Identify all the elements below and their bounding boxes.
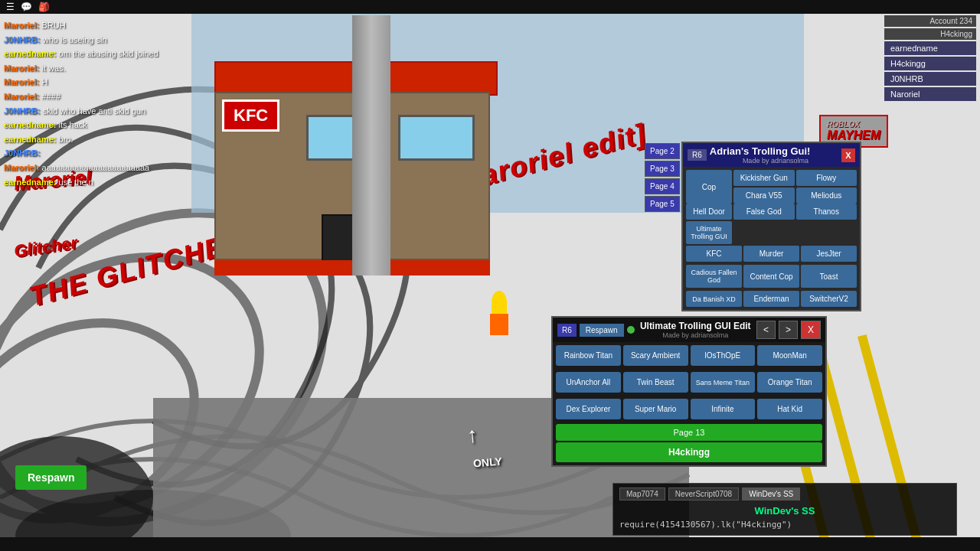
chara-v55-btn[interactable]: Chara V55 [733,187,795,204]
sans-meme-titan-btn[interactable]: Sans Meme Titan [691,372,756,393]
cadious-btn[interactable]: Cadious Fallen God [686,265,742,288]
twin-beast-btn[interactable]: Twin Beast [623,372,688,393]
ultimate-gui-subtitle: Made by adriansolma [638,331,753,339]
chat-name: Maroriel: [4,77,39,86]
player-j0nhrb[interactable]: J0NHRB [884,72,976,86]
rainbow-titan-btn[interactable]: Rainbow Titan [556,345,621,366]
bottom-bar [0,537,980,551]
thanos-btn[interactable]: Thanos [796,204,858,220]
chat-line: J0NHRB: who is useing sin [4,34,180,47]
page5-btn[interactable]: Page 5 [645,196,680,212]
chat-line: earnedname: om the abusing skid joined [4,47,180,61]
chat-name: earnedname: [4,178,56,187]
page2-btn[interactable]: Page 2 [645,143,680,159]
trolling-made-by: Made by adriansolma [710,157,841,165]
console-code: require(4154130567).lk("H4ckingg") [619,518,950,531]
console-tab-windev[interactable]: WinDev's SS [742,487,800,500]
chat-line: earnedname: use the n [4,176,180,190]
chat-line: Maroriel: aaaaaaaaaaaaaaaaaaaaaaa [4,161,180,175]
ultimate-trolling-gui-btn[interactable]: Ultimate Trolling GUI [686,221,732,244]
windev-highlight: WinDev's SS [619,504,950,518]
trolling-gui: Page 2 Page 3 Page 4 Page 5 R6 Adrian's … [681,142,861,311]
chat-name: earnedname: [4,120,56,129]
page3-btn[interactable]: Page 3 [645,161,680,177]
content-cop-btn[interactable]: Content Cop [743,265,799,288]
console-tab-map[interactable]: Map7074 [619,487,665,500]
backpack-icon[interactable]: 🎒 [38,2,50,12]
trolling-gui-header: R6 Adrian's Trolling Gui! Made by adrian… [683,143,860,167]
meliodus-btn[interactable]: Meliodus [796,187,858,204]
scary-ambient-btn[interactable]: Scary Ambient [623,345,688,366]
account-label: Account 234 [884,15,976,27]
infinite-btn[interactable]: Infinite [691,399,756,419]
ultimate-respawn-btn[interactable]: Respawn [580,324,624,337]
respawn-button[interactable]: Respawn [15,465,87,490]
game-scene: KFC [214,61,505,276]
ultimate-r6-badge: R6 [557,324,577,337]
super-mario-btn[interactable]: Super Mario [623,399,688,419]
chat-line: earnedname: bro. [4,133,180,147]
unanchor-all-btn[interactable]: UnAnchor All [556,372,621,393]
page-label: Page 13 [556,424,822,441]
console-tab-neverscript[interactable]: NeverScript0708 [668,487,739,500]
hat-kid-btn[interactable]: Hat Kid [757,399,822,419]
chat-line: Maroriel: BRUH [4,19,180,33]
orange-titan-btn[interactable]: Orange Titan [757,372,822,393]
ultimate-prev-btn[interactable]: < [756,321,776,339]
trolling-close-btn[interactable]: X [841,148,855,162]
moonman-btn[interactable]: MoonMan [757,345,822,366]
ultimate-btn-row-2: UnAnchor All Twin Beast Sans Meme Titan … [553,369,825,396]
chat-name: Maroriel: [4,163,39,172]
jesjter-btn[interactable]: JesJter [801,246,857,262]
chat-line: J0NHRB: skid who have anti skid gun [4,105,180,119]
mayhem-line2: MAYHEM [827,129,880,142]
chat-line: Maroriel: H [4,76,180,90]
name-label[interactable]: H4ckingg [556,442,822,462]
console-tabs: Map7074 NeverScript0708 WinDev's SS [619,487,950,500]
ultimate-btn-row-1: Rainbow Titan Scary Ambient lOsThOpE Moo… [553,342,825,369]
hell-door-btn[interactable]: Hell Door [686,204,732,220]
kfc-btn[interactable]: KFC [686,246,742,262]
ultimate-gui-header: R6 Respawn Ultimate Trolling GUI Edit Ma… [553,318,825,342]
bottom-console: Map7074 NeverScript0708 WinDev's SS WinD… [612,483,957,536]
dex-explorer-btn[interactable]: Dex Explorer [556,399,621,419]
chat-name: earnedname: [4,49,56,58]
murder-btn[interactable]: Murder [743,246,799,262]
enderman-btn[interactable]: Enderman [743,291,799,307]
false-god-btn[interactable]: False God [733,204,795,220]
mayhem-line1: Roblox [827,120,880,129]
ultimate-btn-row-3: Dex Explorer Super Mario Infinite Hat Ki… [553,396,825,422]
da-banish-btn[interactable]: Da Banish XD [686,291,742,307]
r6-badge: R6 [688,149,707,161]
chat-name: J0NHRB: [4,35,41,44]
player-naroriel[interactable]: Naroriel [884,87,976,101]
page4-btn[interactable]: Page 4 [645,178,680,194]
switcher-v2-btn[interactable]: SwitcherV2 [801,291,857,307]
chat-name: Maroriel: [4,21,39,30]
iosthope-btn[interactable]: lOsThOpE [691,345,756,366]
chat-box: Maroriel: BRUH J0NHRB: who is useing sin… [4,19,180,190]
trolling-gui-title: Adrian's Trolling Gui! [710,145,841,157]
chat-name: Maroriel: [4,92,39,101]
player-earnedname[interactable]: earnedname [884,41,976,55]
chat-line: Maroriel: #### [4,90,180,104]
ultimate-next-btn[interactable]: > [779,321,798,339]
road-only-text: ONLY [472,455,502,469]
flowy-btn[interactable]: Flowy [796,170,858,186]
user-panel: Account 234 H4ckingg earnedname H4ckingg… [884,15,976,103]
chat-icon[interactable]: 💬 [21,2,32,12]
chat-name: J0NHRB: [4,106,41,116]
current-username: H4ckingg [884,28,976,40]
player-h4ckingg[interactable]: H4ckingg [884,57,976,70]
ultimate-close-btn[interactable]: X [801,321,821,339]
chat-line: J0NHRB: [4,147,180,161]
top-bar: ☰ 💬 🎒 [0,0,980,14]
ultimate-gui-title: Ultimate Trolling GUI Edit [638,321,753,331]
menu-icon[interactable]: ☰ [6,2,15,12]
cop-btn[interactable]: Cop [686,170,732,204]
toast-btn[interactable]: Toast [801,265,857,288]
kickisher-gun-btn[interactable]: Kickisher Gun [733,170,795,186]
page-sidebar: Page 2 Page 3 Page 4 Page 5 [645,143,681,214]
chat-name: J0NHRB: [4,148,41,158]
ultimate-trolling-gui: R6 Respawn Ultimate Trolling GUI Edit Ma… [551,316,827,467]
